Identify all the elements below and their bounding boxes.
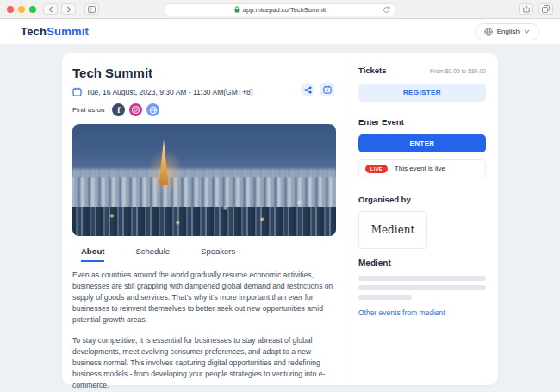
back-button[interactable] — [43, 3, 58, 15]
site-logo: TechSummit — [21, 25, 89, 38]
about-content: Even as countries around the world gradu… — [72, 270, 338, 391]
skeleton-line — [358, 295, 412, 300]
page-body: Tech Summit Tue, 16 August, 2023, 9:30 A… — [0, 45, 560, 392]
live-status-text: This event is live — [395, 165, 445, 172]
event-sidebar: Tickets From $0.00 to $80.00 REGISTER En… — [345, 53, 498, 385]
instagram-icon — [132, 106, 140, 114]
live-badge: LIVE — [365, 165, 388, 173]
browser-chrome: app.micepad.co/TechSummit — [0, 0, 560, 19]
minimize-window-button[interactable] — [18, 6, 25, 13]
share-nodes-icon — [304, 86, 312, 94]
share-page-button[interactable] — [519, 3, 533, 15]
tickets-title: Tickets — [358, 65, 387, 75]
skeleton-line — [358, 276, 486, 281]
reload-icon — [383, 6, 390, 14]
window-controls — [7, 6, 36, 13]
register-button[interactable]: REGISTER — [358, 84, 486, 102]
tickets-row: Tickets From $0.00 to $80.00 — [358, 65, 486, 75]
chevron-left-icon — [48, 6, 53, 13]
organiser-logo: Medient — [358, 211, 427, 249]
tab-overview-button[interactable] — [538, 3, 553, 15]
banner-city-lights — [72, 124, 336, 236]
ticket-price-range: From $0.00 to $80.00 — [430, 68, 486, 74]
tabs-icon — [542, 5, 550, 13]
event-title: Tech Summit — [72, 65, 334, 80]
event-datetime-row: Tue, 16 August, 2023, 9:30 AM - 11:30 AM… — [72, 87, 334, 96]
logo-tech: Tech — [21, 25, 47, 38]
event-tabs: About Schedule Speakers — [72, 246, 334, 262]
website-link[interactable] — [146, 103, 159, 116]
facebook-link[interactable]: f — [112, 103, 125, 116]
globe-social-icon — [149, 106, 158, 115]
site-header: TechSummit English — [0, 19, 560, 45]
chevron-right-icon — [66, 6, 72, 13]
event-actions — [301, 83, 334, 96]
social-row: Find us on f — [72, 103, 334, 116]
enter-button[interactable]: ENTER — [358, 134, 486, 152]
language-selector[interactable]: English — [475, 23, 539, 40]
event-main: Tech Summit Tue, 16 August, 2023, 9:30 A… — [62, 53, 345, 385]
tab-schedule[interactable]: Schedule — [135, 246, 170, 262]
address-bar[interactable]: app.micepad.co/TechSummit — [165, 3, 395, 16]
lock-icon — [234, 6, 240, 13]
forward-button[interactable] — [61, 3, 76, 15]
zoom-window-button[interactable] — [29, 6, 36, 13]
find-us-on-label: Find us on — [72, 106, 104, 114]
language-label: English — [497, 28, 520, 35]
chevron-down-icon — [524, 29, 530, 34]
reload-button[interactable] — [383, 6, 390, 14]
globe-icon — [484, 28, 493, 36]
sidebar-icon — [88, 6, 96, 13]
enter-event-title: Enter Event — [358, 117, 486, 127]
sidebar-toggle-button[interactable] — [84, 3, 99, 15]
live-status-card: LIVE This event is live — [358, 159, 486, 177]
share-icon — [523, 5, 530, 13]
other-events-link[interactable]: Other events from medient — [358, 308, 486, 317]
facebook-icon: f — [117, 105, 120, 115]
about-paragraph: To stay competitive, it is essential for… — [72, 335, 338, 391]
calendar-icon — [72, 87, 82, 96]
add-to-calendar-button[interactable] — [320, 83, 334, 96]
tab-speakers[interactable]: Speakers — [201, 246, 235, 262]
about-paragraph: Even as countries around the world gradu… — [72, 270, 338, 326]
share-event-button[interactable] — [301, 83, 314, 96]
close-window-button[interactable] — [7, 6, 14, 13]
organised-by-title: Organised by — [358, 195, 486, 204]
event-card: Tech Summit Tue, 16 August, 2023, 9:30 A… — [62, 53, 498, 385]
calendar-plus-icon — [323, 85, 332, 94]
tab-about[interactable]: About — [81, 246, 104, 262]
event-datetime: Tue, 16 August, 2023, 9:30 AM - 11:30 AM… — [86, 88, 252, 96]
instagram-link[interactable] — [129, 103, 142, 116]
event-banner-image — [72, 124, 336, 236]
skeleton-line — [358, 285, 486, 290]
logo-summit: Summit — [47, 25, 89, 38]
organiser-name: Medient — [358, 258, 486, 268]
url-text: app.micepad.co/TechSummit — [243, 6, 326, 14]
